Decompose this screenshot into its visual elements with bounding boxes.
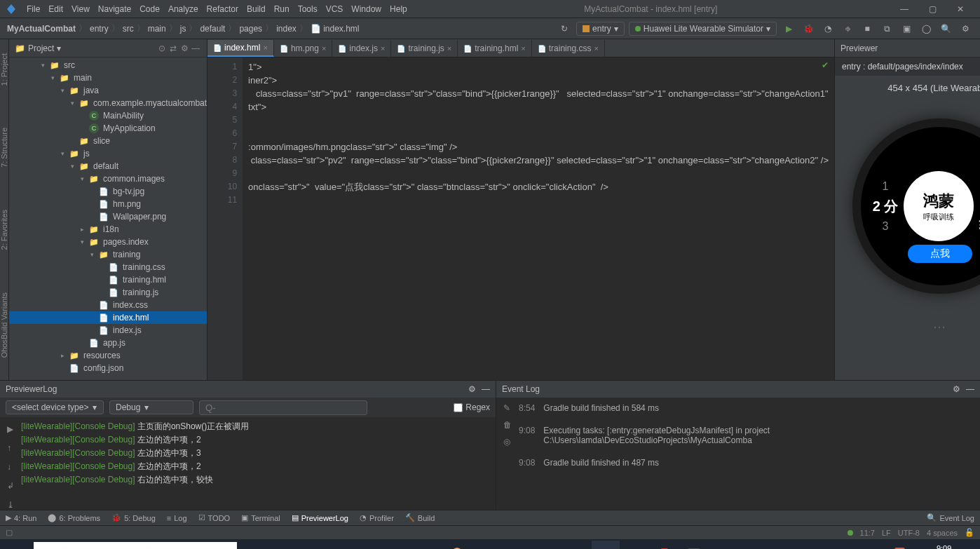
breadcrumb-item[interactable]: js bbox=[180, 24, 186, 34]
tree-item[interactable]: 📄training.css bbox=[9, 261, 207, 273]
taskbar-app-2[interactable]: 📁 bbox=[297, 541, 325, 549]
menu-code[interactable]: Code bbox=[135, 4, 164, 14]
close-icon[interactable]: × bbox=[447, 44, 451, 53]
hide-icon[interactable]: — bbox=[966, 384, 974, 394]
tree-item[interactable]: ▾📁default bbox=[9, 160, 207, 172]
menu-navigate[interactable]: Navigate bbox=[94, 4, 135, 14]
tree-item[interactable]: CMyApplication bbox=[9, 122, 207, 135]
target-icon[interactable]: ◎ bbox=[503, 437, 519, 447]
line-separator[interactable]: LF bbox=[882, 529, 891, 537]
breadcrumb-item[interactable]: entry bbox=[90, 24, 109, 34]
run-icon[interactable]: ▶ bbox=[781, 21, 796, 36]
editor-tab[interactable]: 📄index.js× bbox=[332, 40, 391, 57]
hide-icon[interactable]: — bbox=[482, 384, 490, 394]
windows-search[interactable]: ○ 在这里输入你要搜索的内容 bbox=[34, 542, 237, 549]
taskbar-app-3[interactable]: ▦ bbox=[386, 541, 414, 549]
search-icon[interactable]: 🔍 bbox=[938, 21, 953, 36]
stop-icon[interactable]: ■ bbox=[859, 21, 875, 36]
tree-item[interactable]: ▾📁com.example.myactualcombat bbox=[9, 97, 207, 109]
left-tab-structure[interactable]: 7: Structure bbox=[0, 128, 8, 168]
btab-profiler[interactable]: ◔ Profiler bbox=[360, 513, 394, 522]
regex-checkbox[interactable]: Regex bbox=[454, 402, 490, 412]
btab-run[interactable]: ▶ 4: Run bbox=[6, 513, 36, 522]
breadcrumb-item[interactable]: main bbox=[148, 24, 166, 34]
attach-icon[interactable]: ⎆ bbox=[840, 21, 855, 36]
gear-icon[interactable]: ⚙ bbox=[468, 384, 476, 394]
tree-item[interactable]: 📄app.js bbox=[9, 337, 207, 349]
collapse-icon[interactable]: ⊙ bbox=[156, 43, 168, 53]
tree-item[interactable]: 📄hm.png bbox=[9, 198, 207, 210]
menu-view[interactable]: View bbox=[67, 4, 94, 14]
hide-icon[interactable]: — bbox=[190, 43, 201, 53]
taskbar-deveco[interactable]: ◬ bbox=[592, 541, 620, 549]
debug-icon[interactable]: 🐞 bbox=[801, 21, 816, 36]
editor-tab[interactable]: 📄index.hml× bbox=[207, 40, 274, 57]
tree-item[interactable]: ▾📁training bbox=[9, 248, 207, 261]
menu-analyze[interactable]: Analyze bbox=[164, 4, 203, 14]
editor-tab[interactable]: 📄training.js× bbox=[391, 40, 458, 57]
run-config-dropdown[interactable]: entry ▾ bbox=[576, 22, 625, 36]
tree-item[interactable]: 📄index.css bbox=[9, 299, 207, 311]
close-icon[interactable]: × bbox=[521, 44, 525, 53]
log-filter-icon[interactable]: ▶ bbox=[7, 423, 21, 436]
breadcrumb-item[interactable]: 📄 index.hml bbox=[311, 24, 360, 34]
picker-left[interactable]: 1 2 分 3 bbox=[873, 180, 899, 233]
taskbar-chrome[interactable]: ◎ bbox=[503, 541, 531, 549]
tree-item[interactable]: 📄index.hml bbox=[9, 311, 207, 324]
taskbar-app-5[interactable]: 🎨 bbox=[444, 541, 472, 549]
tree-item[interactable]: ▾📁src bbox=[9, 59, 207, 72]
task-view-icon[interactable]: ⧉ bbox=[238, 541, 266, 549]
tree-item[interactable]: ▾📁java bbox=[9, 84, 207, 97]
caret-position[interactable]: 11:7 bbox=[860, 529, 875, 537]
taskbar-edge[interactable]: ◉ bbox=[327, 541, 355, 549]
taskbar-app-10[interactable]: T bbox=[651, 541, 679, 549]
tree-item[interactable]: 📄training.js bbox=[9, 286, 207, 299]
taskbar-app-8[interactable]: 📷 bbox=[562, 541, 590, 549]
btab-eventlog[interactable]: 🔍 Event Log bbox=[927, 513, 974, 522]
left-tab-ohosbuild[interactable]: OhosBuild Variants bbox=[0, 292, 8, 358]
breadcrumb-item[interactable]: MyActualCombat bbox=[7, 24, 76, 34]
watch-action-button[interactable]: 点我 bbox=[908, 245, 972, 263]
edit-icon[interactable]: ✎ bbox=[503, 403, 519, 413]
breadcrumb-item[interactable]: index bbox=[276, 24, 297, 34]
tree-item[interactable]: 📄Wallpaper.png bbox=[9, 210, 207, 223]
tree-item[interactable]: ▸📁resources bbox=[9, 349, 207, 362]
close-button[interactable]: ✕ bbox=[946, 4, 974, 14]
editor-tab[interactable]: 📄hm.png× bbox=[274, 40, 332, 57]
close-icon[interactable]: × bbox=[322, 44, 326, 53]
left-tab-project[interactable]: 1: Project bbox=[0, 53, 8, 86]
menu-window[interactable]: Window bbox=[347, 4, 386, 14]
editor-tab[interactable]: 📄training.css× bbox=[532, 40, 605, 57]
log-level-select[interactable]: Debug ▾ bbox=[109, 400, 193, 414]
tree-item[interactable]: ▾📁pages.index bbox=[9, 236, 207, 248]
menu-refactor[interactable]: Refactor bbox=[203, 4, 243, 14]
log-scroll-icon[interactable]: ⤓ bbox=[7, 499, 21, 510]
log-wrap-icon[interactable]: ↲ bbox=[7, 480, 21, 493]
editor-tab[interactable]: 📄training.hml× bbox=[458, 40, 531, 57]
btab-terminal[interactable]: ▣ Terminal bbox=[241, 513, 280, 522]
indent-config[interactable]: 4 spaces bbox=[927, 529, 958, 537]
status-hint-icon[interactable]: ▢ bbox=[6, 528, 13, 537]
menu-tools[interactable]: Tools bbox=[294, 4, 322, 14]
profile-icon[interactable]: ◔ bbox=[820, 21, 836, 36]
menu-vcs[interactable]: VCS bbox=[322, 4, 348, 14]
close-icon[interactable]: × bbox=[594, 44, 598, 53]
taskbar-app-6[interactable]: ▤ bbox=[474, 541, 502, 549]
tool1-icon[interactable]: ⧉ bbox=[879, 21, 894, 36]
breadcrumb-item[interactable]: src bbox=[123, 24, 134, 34]
menu-run[interactable]: Run bbox=[270, 4, 294, 14]
tray-clock[interactable]: 9:092021/7/9 bbox=[929, 544, 959, 549]
project-tree[interactable]: ▾📁src▾📁main▾📁java▾📁com.example.myactualc… bbox=[9, 57, 207, 380]
left-tab-favorites[interactable]: 2: Favorites bbox=[0, 210, 8, 250]
menu-build[interactable]: Build bbox=[243, 4, 270, 14]
settings-icon[interactable]: ⚙ bbox=[958, 21, 973, 36]
select-opened-icon[interactable]: ⇄ bbox=[168, 43, 179, 53]
taskbar-app-9[interactable]: ⬢ bbox=[621, 541, 649, 549]
tool2-icon[interactable]: ▣ bbox=[899, 21, 914, 36]
sync-icon[interactable]: ↻ bbox=[557, 21, 572, 36]
tree-item[interactable]: 📄training.hml bbox=[9, 273, 207, 286]
tree-item[interactable]: 📄bg-tv.jpg bbox=[9, 185, 207, 198]
taskbar-app-1[interactable]: ✉ bbox=[268, 541, 296, 549]
device-dropdown[interactable]: Huawei Lite Wearable Simulator ▾ bbox=[629, 22, 777, 36]
btab-problems[interactable]: ⬤ 6: Problems bbox=[48, 513, 100, 522]
